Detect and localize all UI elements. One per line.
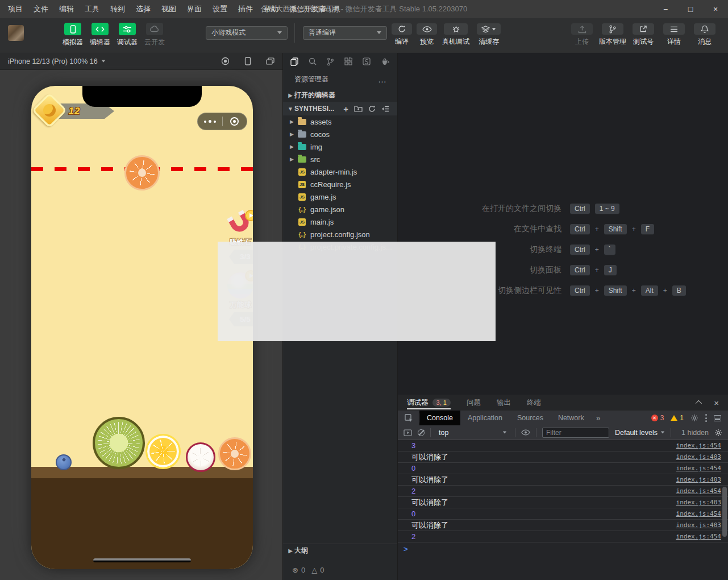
console-log-row[interactable]: 0 index.js:454 <box>398 508 728 520</box>
details-button[interactable]: 详情 <box>659 23 689 47</box>
menu-item[interactable]: 编辑 <box>59 4 74 14</box>
menu-item[interactable]: 帮助 <box>264 4 278 14</box>
extensions-icon[interactable] <box>344 57 352 65</box>
tree-item[interactable]: ▶ JS{..} adapter-min.js <box>283 165 397 178</box>
user-avatar[interactable] <box>8 25 24 41</box>
scrollbar-thumb[interactable] <box>722 487 727 537</box>
source-link[interactable]: index.js:454 <box>676 465 721 472</box>
tree-item[interactable]: ▶ JS{..} main.js <box>283 216 397 228</box>
source-link[interactable]: index.js:403 <box>676 521 721 529</box>
device-select[interactable]: iPhone 12/13 (Pro) 100% 16 <box>8 57 106 65</box>
tree-item[interactable]: ▶ JS{..} cocos <box>283 128 397 140</box>
inspect-icon[interactable] <box>398 414 419 422</box>
new-folder-icon[interactable] <box>354 105 363 112</box>
problems-status[interactable]: ⊗ 0 △ 0 <box>283 566 397 574</box>
project-section[interactable]: ▼ SYNTHESI... + <box>283 102 397 115</box>
hidden-count[interactable]: 1 hidden <box>681 429 709 437</box>
new-file-icon[interactable]: + <box>343 105 348 113</box>
current-fruit-orange[interactable] <box>124 155 160 190</box>
live-expression-eye-icon[interactable] <box>521 429 530 436</box>
menu-item[interactable]: 文件 <box>34 4 48 14</box>
panel-tab[interactable]: 输出 <box>497 395 511 411</box>
console-log-row[interactable]: 可以消除了 index.js:403 <box>398 497 728 508</box>
package-icon[interactable] <box>363 57 371 65</box>
menu-item[interactable]: 界面 <box>187 4 202 14</box>
tree-item[interactable]: ▶ JS{..} game.json <box>283 203 397 216</box>
outline-section[interactable]: ▶ 大纲 <box>283 544 397 557</box>
open-editors-section[interactable]: ▶ 打开的编辑器 <box>283 88 397 102</box>
compile-mode-select[interactable]: 普通编译 <box>303 26 387 40</box>
tab-debugger[interactable]: 调试器 3, 1 <box>407 395 451 411</box>
warning-count[interactable]: 1 <box>680 414 684 422</box>
search-icon[interactable] <box>309 57 317 65</box>
upload-button[interactable]: 上传 <box>567 23 597 47</box>
more-dots-icon[interactable] <box>198 120 222 123</box>
console-log-row[interactable]: 可以消除了 index.js:403 <box>398 451 728 463</box>
menu-item[interactable]: 插件 <box>238 4 253 14</box>
source-link[interactable]: index.js:403 <box>676 499 721 506</box>
menu-item[interactable]: 项目 <box>8 4 23 14</box>
panel-tab[interactable]: 终端 <box>527 395 541 411</box>
menu-item[interactable]: 设置 <box>213 4 227 14</box>
log-levels-select[interactable]: Default levels <box>615 429 665 437</box>
console-log-row[interactable]: 3 index.js:454 <box>398 440 728 451</box>
tree-item[interactable]: ▶ JS{..} project.config.json <box>283 228 397 241</box>
context-select[interactable]: top <box>436 429 509 437</box>
console-log-row[interactable]: 可以消除了 index.js:403 <box>398 474 728 486</box>
source-link[interactable]: index.js:454 <box>676 442 721 449</box>
messages-button[interactable]: 消息 <box>689 23 720 47</box>
version-control-button[interactable]: 版本管理 <box>597 23 628 47</box>
test-account-button[interactable]: 测试号 <box>628 23 659 47</box>
tea-icon[interactable] <box>381 58 390 65</box>
close-panel-icon[interactable]: × <box>714 398 719 408</box>
clear-console-icon[interactable] <box>418 429 425 436</box>
preview-button[interactable]: 预览 <box>414 23 439 47</box>
dock-side-icon[interactable] <box>714 415 721 421</box>
console-log-row[interactable]: 2 index.js:454 <box>398 531 728 542</box>
menu-item[interactable]: 工具 <box>85 4 99 14</box>
tree-item[interactable]: ▶ JS{..} ccRequire.js <box>283 178 397 190</box>
source-link[interactable]: index.js:403 <box>676 453 721 461</box>
kebab-menu-icon[interactable] <box>705 414 707 422</box>
source-link[interactable]: index.js:454 <box>676 510 721 517</box>
devtools-tab[interactable]: Application <box>460 411 510 425</box>
remote-debug-button[interactable]: 真机调试 <box>439 23 472 47</box>
more-tabs-icon[interactable]: » <box>592 413 605 422</box>
refresh-icon[interactable] <box>368 105 376 113</box>
tree-item[interactable]: ▶ JS{..} img <box>283 140 397 153</box>
source-link[interactable]: index.js:403 <box>676 476 721 483</box>
source-control-icon[interactable] <box>327 57 334 66</box>
device-icon[interactable] <box>244 57 251 65</box>
devtools-tab[interactable]: Network <box>551 411 592 425</box>
menu-item[interactable]: 选择 <box>136 4 151 14</box>
console-log-row[interactable]: 0 index.js:454 <box>398 463 728 474</box>
source-link[interactable]: index.js:454 <box>676 487 721 495</box>
close-button[interactable]: × <box>703 0 728 18</box>
menu-item[interactable]: 微信开发者工具 <box>289 4 341 14</box>
console-log-row[interactable]: 2 index.js:454 <box>398 486 728 497</box>
console-settings-gear-icon[interactable] <box>714 429 722 437</box>
tree-item[interactable]: ▶ JS{..} src <box>283 153 397 165</box>
simulator-mode-button[interactable]: 模拟器 <box>59 23 86 47</box>
editor-mode-button[interactable]: 编辑器 <box>86 23 114 47</box>
debugger-mode-button[interactable]: 调试器 <box>114 23 141 47</box>
devtools-tab[interactable]: Sources <box>510 411 551 425</box>
panel-tab[interactable]: 问题 <box>467 395 481 411</box>
game-mode-select[interactable]: 小游戏模式 <box>206 26 288 40</box>
tree-item[interactable]: ▶ JS{..} assets <box>283 115 397 128</box>
minimize-button[interactable]: − <box>653 0 678 18</box>
chevron-up-icon[interactable] <box>696 400 702 407</box>
console-log-row[interactable]: 可以消除了 index.js:403 <box>398 520 728 531</box>
collapse-all-icon[interactable] <box>381 105 389 113</box>
error-count[interactable]: 3 <box>660 414 664 422</box>
menu-item[interactable]: 转到 <box>110 4 125 14</box>
clear-cache-button[interactable]: 清缓存 <box>472 23 505 47</box>
more-actions-icon[interactable]: … <box>378 74 387 84</box>
tree-item[interactable]: ▶ JS{..} game.js <box>283 190 397 203</box>
console-prompt[interactable]: > <box>398 542 728 555</box>
record-icon[interactable] <box>221 57 230 65</box>
exit-target-icon[interactable] <box>223 117 247 126</box>
menu-item[interactable]: 视图 <box>161 4 176 14</box>
settings-gear-icon[interactable] <box>690 414 698 422</box>
compile-button[interactable]: 编译 <box>389 23 414 47</box>
